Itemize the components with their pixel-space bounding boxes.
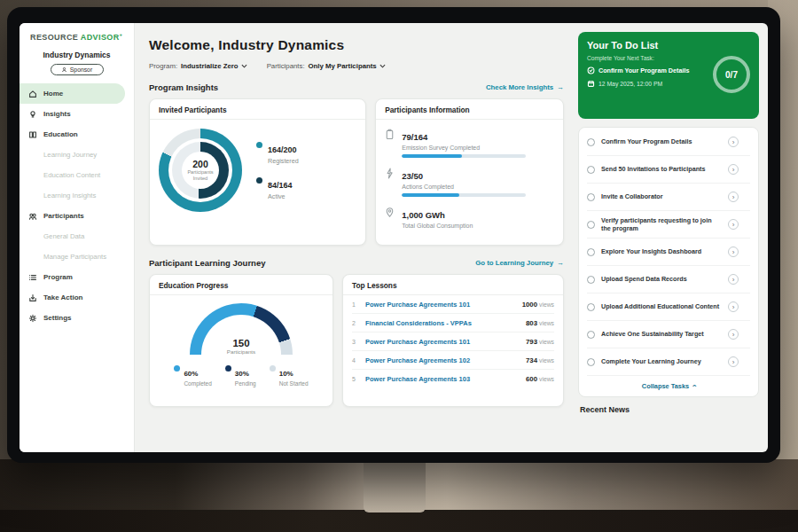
sidebar-item-insights[interactable]: Insights [20,104,134,124]
app-logo: RESOURCE ADVISOR+ [20,32,134,42]
task-checkbox[interactable] [587,358,595,366]
program-insights-header: Program Insights Check More Insights→ [149,82,564,92]
lesson-link[interactable]: Power Purchase Agreements 102 [365,356,520,364]
task-item[interactable]: Achieve One Sustainability Target › [587,321,750,348]
lesson-link[interactable]: Power Purchase Agreements 101 [365,338,520,346]
todo-progress-ring: 0/7 [713,56,750,93]
lesson-link[interactable]: Power Purchase Agreements 103 [365,375,520,383]
participants-filter[interactable]: Participants: Only My Participants [267,62,386,70]
invited-donut-chart: 200 Participants Invited [159,129,242,212]
top-lessons-card: Top Lessons 1 Power Purchase Agreements … [342,274,564,407]
education-progress-card: Education Progress 150 Participants [149,274,333,407]
chevron-right-icon[interactable]: › [728,137,739,147]
legend-dot [270,365,276,372]
actions-stat: 23/50 Actions Completed [385,167,554,197]
gear-icon [28,314,37,323]
task-checkbox[interactable] [587,276,595,284]
sidebar-item-program[interactable]: Program [20,267,134,287]
chevron-right-icon[interactable]: › [728,246,739,257]
task-checkbox[interactable] [587,166,595,174]
arrow-right-icon: → [557,259,564,267]
task-checkbox[interactable] [587,331,595,339]
sidebar-item-participants[interactable]: Participants [20,206,134,226]
lesson-row[interactable]: 2 Financial Considerations - VPPAs 803vi… [352,314,554,332]
sidebar-item-education[interactable]: Education [20,124,134,145]
book-icon [28,130,37,139]
todo-summary-card: Your To Do List Complete Your Next Task:… [578,32,759,119]
task-checkbox[interactable] [587,248,595,256]
home-icon [28,90,37,98]
lesson-row[interactable]: 4 Power Purchase Agreements 102 734views [352,351,554,370]
sponsor-badge[interactable]: Sponsor [51,64,104,75]
calendar-icon [587,80,595,88]
todo-task-list: Confirm Your Program Details › Send 50 I… [578,127,759,397]
chevron-down-icon [241,64,247,68]
sidebar-item-take-action[interactable]: Take Action [20,287,134,308]
learning-journey-header: Participant Learning Journey Go to Learn… [149,258,564,268]
task-checkbox[interactable] [587,303,595,311]
check-more-insights-link[interactable]: Check More Insights→ [486,83,564,91]
filters-row: Program: Industrialize Zero Participants… [149,62,564,70]
legend-dot [256,177,262,184]
dashboard-screen: RESOURCE ADVISOR+ Industry Dynamics Spon… [20,23,768,452]
take-action-icon [28,293,37,302]
section-title: Program Insights [149,82,218,92]
lightbulb-icon [28,110,37,119]
chevron-right-icon[interactable]: › [728,274,739,285]
todo-panel: Your To Do List Complete Your Next Task:… [575,23,768,452]
arrow-right-icon: → [557,83,564,91]
chevron-right-icon[interactable]: › [728,219,739,230]
program-filter[interactable]: Program: Industrialize Zero [149,62,247,70]
org-name: Industry Dynamics [20,51,134,59]
task-checkbox[interactable] [587,221,595,229]
legend-dot [256,142,262,148]
recent-news-title: Recent News [578,405,759,414]
next-task: Confirm Your Program Details [587,66,704,74]
donut-center-label: 200 Participants Invited [182,152,219,189]
collapse-tasks-button[interactable]: Collapse Tasks› [587,376,750,396]
education-gauge-chart: 150 Participants [190,303,293,355]
sidebar-item-home[interactable]: Home [20,83,125,104]
people-icon [28,212,37,221]
chevron-right-icon[interactable]: › [728,329,739,340]
main-content: Welcome, Industry Dynamics Program: Indu… [135,23,575,452]
task-item[interactable]: Upload Spend Data Records › [587,266,750,293]
donut-legend: 164/200 Registered 84/164 Active [256,140,299,200]
page-title: Welcome, Industry Dynamics [149,37,564,53]
survey-progress-bar [402,154,526,158]
sidebar-item-manage-participants[interactable]: Manage Participants [20,246,134,267]
chevron-right-icon[interactable]: › [728,356,739,367]
invited-participants-card: Invited Participants 200 Participants In… [149,98,366,246]
participants-information-card: Participants Information 79/164 Emission… [375,98,564,246]
sidebar-item-learning-insights[interactable]: Learning Insights [20,185,134,206]
list-icon [28,273,37,282]
monitor-stand [364,461,426,512]
lesson-row[interactable]: 1 Power Purchase Agreements 101 1000view… [352,295,554,314]
chevron-right-icon[interactable]: › [728,164,739,175]
lesson-row[interactable]: 3 Power Purchase Agreements 101 793views [352,332,554,351]
task-item[interactable]: Send 50 Invitations to Participants › [587,156,750,184]
task-item[interactable]: Upload Additional Educational Content › [587,293,750,321]
sidebar: RESOURCE ADVISOR+ Industry Dynamics Spon… [20,23,135,452]
sidebar-item-education-content[interactable]: Education Content [20,165,134,185]
task-checkbox[interactable] [587,193,595,201]
task-item[interactable]: Explore Your Insights Dashboard › [587,239,750,266]
emission-survey-stat: 79/164 Emission Survey Completed [385,128,554,158]
task-checkbox[interactable] [587,138,595,146]
lesson-link[interactable]: Power Purchase Agreements 101 [365,301,516,309]
sidebar-item-general-data[interactable]: General Data [20,226,134,246]
floor-strip [0,510,798,532]
sidebar-item-learning-journey[interactable]: Learning Journey [20,145,134,165]
task-item[interactable]: Verify participants requesting to join t… [587,211,750,239]
task-item[interactable]: Complete Your Learning Journey › [587,348,750,376]
legend-registered: 164/200 Registered [256,140,299,165]
go-to-learning-journey-link[interactable]: Go to Learning Journey→ [475,259,564,267]
chevron-right-icon[interactable]: › [728,192,739,202]
chevron-right-icon[interactable]: › [728,301,739,312]
sidebar-item-settings[interactable]: Settings [20,308,134,328]
task-item[interactable]: Invite a Collaborator › [587,184,750,211]
legend-pending: 30% Pending [225,364,256,387]
lesson-row[interactable]: 5 Power Purchase Agreements 103 600views [352,370,554,388]
task-item[interactable]: Confirm Your Program Details › [587,129,750,156]
lesson-link[interactable]: Financial Considerations - VPPAs [365,319,520,327]
